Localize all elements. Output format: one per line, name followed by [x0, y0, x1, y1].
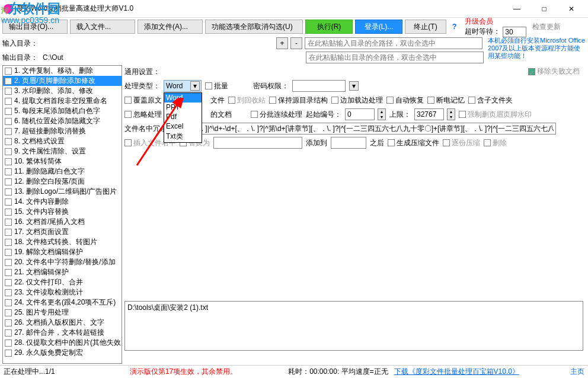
checkbox-icon[interactable] — [5, 108, 12, 115]
dropdown-item-ppt[interactable]: PPT — [164, 102, 202, 112]
subfolder-checkbox[interactable]: 含子文件夹 — [468, 95, 513, 105]
ignore-process-checkbox[interactable]: 忽略处理 — [124, 110, 162, 120]
sidebar-item-14[interactable]: 14. 文件内容删除 — [3, 197, 122, 207]
output-dir-paste[interactable] — [306, 52, 484, 63]
sidebar-item-22[interactable]: 22. 仅文件打印、合并 — [3, 277, 122, 287]
sidebar-item-21[interactable]: 21. 文档编辑保护 — [3, 267, 122, 277]
start-num-spinner[interactable]: ▲▼ — [378, 108, 386, 120]
keep-structure-checkbox[interactable]: 保持源目录结构 — [269, 95, 328, 105]
checkbox-icon[interactable] — [5, 279, 12, 286]
sidebar-item-29[interactable]: 29. 永久版免费定制宏 — [3, 348, 122, 358]
sidebar-item-10[interactable]: 10. 繁体转简体 — [3, 156, 122, 166]
sidebar-item-19[interactable]: 19. 解除文档编辑保护 — [3, 247, 122, 257]
checkbox-icon[interactable] — [5, 269, 12, 276]
sidebar-item-17[interactable]: 17. 文档页面设置 — [3, 227, 122, 237]
checkbox-icon[interactable] — [5, 299, 12, 306]
close-button[interactable]: ✕ — [558, 1, 584, 17]
checkbox-icon[interactable] — [5, 289, 12, 296]
sidebar-item-26[interactable]: 26. 文档插入版权图片、文字 — [3, 318, 122, 328]
overwrite-checkbox[interactable]: 覆盖原文 — [124, 95, 162, 105]
upper-input[interactable] — [414, 108, 444, 120]
gen-zip-checkbox[interactable]: 生成压缩文件 — [388, 138, 439, 148]
file-list-item[interactable]: D:\tools\桌面\安装2 (1).txt — [127, 303, 580, 313]
sidebar-item-7[interactable]: 7. 超链接删除取消替换 — [3, 126, 122, 136]
dropdown-item-txt类[interactable]: Txt类 — [164, 131, 202, 142]
edge-process-checkbox[interactable]: 边加载边处理 — [331, 95, 383, 105]
dropdown-item-word[interactable]: Word — [164, 93, 202, 102]
auto-recover-checkbox[interactable]: 自动恢复 — [386, 95, 424, 105]
batch-checkbox[interactable]: 批量 — [205, 81, 228, 91]
add-to-input[interactable] — [331, 137, 366, 149]
checkbox-icon[interactable] — [5, 329, 12, 337]
sidebar-item-27[interactable]: 27. 邮件合并，文本转超链接 — [3, 328, 122, 338]
upper-spinner[interactable]: ▲▼ — [447, 108, 455, 120]
file-list[interactable]: D:\tools\桌面\安装2 (1).txt — [124, 301, 583, 351]
dropdown-item-excel[interactable]: Excel — [164, 121, 202, 131]
process-type-dropdown[interactable]: WordPPTPdfExcelTxt类 — [164, 92, 202, 143]
output-dir-button[interactable]: 输出目录(O)... — [2, 20, 68, 34]
checkbox-icon[interactable] — [5, 138, 12, 145]
sidebar-item-25[interactable]: 25. 图片专用处理 — [3, 307, 122, 318]
sidebar-item-4[interactable]: 4. 提取文档首段非空段重命名 — [3, 96, 122, 106]
stop-button[interactable]: 终止(T) — [405, 20, 446, 34]
sidebar-item-5[interactable]: 5. 每段末尾添加随机白色字 — [3, 106, 122, 116]
checkbox-icon[interactable] — [5, 219, 12, 226]
sidebar-item-20[interactable]: 20. 文件名中字符删除/替换/添加 — [3, 257, 122, 267]
sidebar-item-2[interactable]: 2. 页眉/页脚删除添加修改 — [3, 76, 122, 86]
checkbox-icon[interactable] — [5, 128, 12, 135]
checkbox-icon[interactable] — [5, 339, 12, 347]
checkbox-icon[interactable] — [5, 168, 12, 175]
checkbox-icon[interactable] — [5, 188, 12, 196]
sidebar-item-18[interactable]: 18. 文件格式转换、转图片 — [3, 237, 122, 247]
checkbox-icon[interactable] — [5, 259, 12, 266]
checkbox-icon[interactable] — [5, 198, 12, 206]
checkbox-icon[interactable] — [5, 319, 12, 326]
sidebar-item-24[interactable]: 24. 文件名更名(跟4,20项不互斥) — [3, 297, 122, 307]
input-dir-paste[interactable] — [305, 37, 482, 49]
add-file-button[interactable]: 添加文件(A)... — [138, 20, 203, 34]
login-button[interactable]: 登录(L)... — [355, 20, 402, 34]
function-list[interactable]: 1. 文件复制、移动、删除2. 页眉/页脚删除添加修改3. 水印删除、添加、修改… — [2, 65, 122, 364]
checkbox-icon[interactable] — [5, 98, 12, 105]
checkbox-icon[interactable] — [5, 78, 12, 85]
sidebar-item-28[interactable]: 28. 仅提取文档中的图片(其他失效 — [3, 338, 122, 348]
checkbox-icon[interactable] — [5, 68, 12, 75]
start-num-input[interactable] — [345, 108, 375, 120]
dropdown-item-pdf[interactable]: Pdf — [164, 112, 202, 121]
password-perm-input[interactable] — [292, 80, 346, 92]
upgrade-link[interactable]: 升级会员 — [465, 17, 526, 27]
remove-dir-button[interactable]: - — [290, 37, 302, 49]
sidebar-item-16[interactable]: 16. 文档首/尾插入文档 — [3, 217, 122, 227]
checkbox-icon[interactable] — [5, 178, 12, 185]
checkbox-icon[interactable] — [5, 88, 12, 95]
chevron-down-icon[interactable]: ▾ — [190, 81, 200, 91]
add-dir-button[interactable]: + — [276, 37, 288, 49]
load-file-button[interactable]: 载入文件... — [70, 20, 135, 34]
timeout-input[interactable] — [503, 27, 526, 37]
sidebar-item-11[interactable]: 11. 删除隐藏/白色文字 — [3, 166, 122, 177]
sidebar-item-3[interactable]: 3. 水印删除、添加、修改 — [3, 86, 122, 96]
checkbox-icon[interactable] — [5, 239, 12, 246]
sidebar-item-6[interactable]: 6. 随机位置处添加隐藏文字 — [3, 116, 122, 126]
sidebar-item-1[interactable]: 1. 文件复制、移动、删除 — [3, 66, 122, 76]
cancel-all-options-button[interactable]: 功能选项全部取消勾选(U) — [205, 20, 303, 34]
check-update-link[interactable]: 检查更新 — [532, 22, 561, 32]
checkbox-icon[interactable] — [5, 148, 12, 155]
minimize-button[interactable]: — — [504, 1, 530, 17]
chevron-down-icon[interactable]: ▾ — [349, 81, 359, 91]
checkbox-icon[interactable] — [5, 229, 12, 236]
checkbox-icon[interactable] — [5, 249, 12, 256]
download-link[interactable]: 下载《度彩文件批量处理百宝箱V10.0》 — [394, 367, 519, 377]
execute-button[interactable]: 执行(R) — [305, 20, 353, 34]
filename-pattern-input[interactable] — [171, 123, 556, 134]
process-type-combo[interactable]: Word ▾ WordPPTPdfExcelTxt类 — [164, 80, 202, 92]
sidebar-item-9[interactable]: 9. 文件属性清除、设置 — [3, 146, 122, 156]
maximize-button[interactable]: □ — [531, 1, 557, 17]
checkbox-icon[interactable] — [5, 350, 12, 357]
sidebar-item-23[interactable]: 23. 文件读取检测统计 — [3, 287, 122, 297]
sidebar-item-8[interactable]: 8. 文档格式设置 — [3, 136, 122, 146]
sidebar-item-12[interactable]: 12. 删除空白段落/页面 — [3, 177, 122, 187]
sidebar-item-13[interactable]: 13. 删除Logo/二维码图/广告图片 — [3, 187, 122, 197]
split-process-checkbox[interactable]: 分批连续处理 — [251, 110, 302, 120]
checkbox-icon[interactable] — [5, 209, 12, 216]
